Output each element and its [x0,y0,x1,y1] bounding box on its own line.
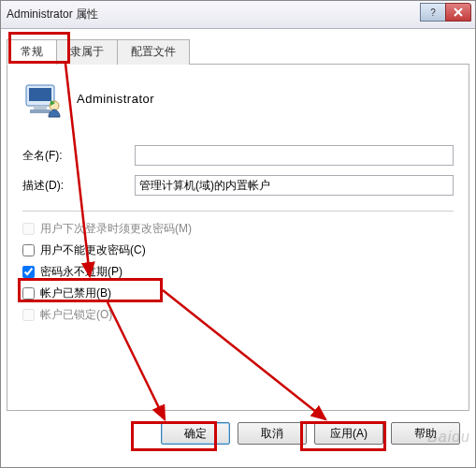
check-must-change-row: 用户下次登录时须更改密码(M) [22,221,454,237]
check-cannot-change-label: 用户不能更改密码(C) [40,242,146,258]
check-account-disabled[interactable] [22,287,35,300]
tab-strip: 常规 隶属于 配置文件 [7,38,469,65]
button-bar: 确定 取消 应用(A) 帮助 [7,411,469,456]
help-button[interactable]: 帮助 [391,422,460,445]
tab-content-general: Administrator 全名(F): 描述(D): 用户下次登录时须更改密码… [7,65,469,411]
client-area: 常规 隶属于 配置文件 Administrator [1,29,475,467]
svg-rect-5 [30,110,50,113]
description-label: 描述(D): [22,178,135,194]
fullname-label: 全名(F): [22,148,135,164]
user-icon [22,78,64,119]
close-window-button[interactable] [445,3,471,22]
close-icon [454,7,463,17]
description-row: 描述(D): [22,175,454,196]
check-cannot-change[interactable] [22,244,35,256]
check-must-change-label: 用户下次登录时须更改密码(M) [40,221,192,237]
tab-memberof[interactable]: 隶属于 [56,39,118,65]
user-header: Administrator [22,78,454,136]
svg-rect-4 [34,106,47,110]
check-account-disabled-label: 帐户已禁用(B) [40,285,111,301]
apply-button[interactable]: 应用(A) [314,422,383,445]
check-cannot-change-row: 用户不能更改密码(C) [22,242,454,258]
check-account-locked [22,309,35,321]
check-account-disabled-row: 帐户已禁用(B) [22,285,454,301]
check-never-expire-row: 密码永不过期(P) [22,264,454,280]
help-window-button[interactable]: ? [420,3,446,22]
description-input[interactable] [135,175,454,196]
fullname-row: 全名(F): [22,145,454,166]
titlebar: Administrator 属性 ? [1,1,475,29]
check-never-expire-label: 密码永不过期(P) [40,264,123,280]
check-account-locked-row: 帐户已锁定(O) [22,307,454,323]
window-controls: ? [421,3,471,22]
svg-rect-3 [29,88,51,101]
divider [22,211,454,212]
tab-profile[interactable]: 配置文件 [117,39,190,65]
window-title: Administrator 属性 [7,7,98,22]
check-account-locked-label: 帐户已锁定(O) [40,307,112,323]
check-never-expire[interactable] [22,266,35,278]
ok-button[interactable]: 确定 [161,422,230,445]
cancel-button[interactable]: 取消 [238,422,307,445]
properties-window: Administrator 属性 ? 常规 隶属于 配置文件 [0,0,476,468]
check-must-change [22,223,35,235]
user-name-label: Administrator [77,92,154,106]
tab-general[interactable]: 常规 [7,39,57,65]
fullname-input[interactable] [135,145,454,166]
